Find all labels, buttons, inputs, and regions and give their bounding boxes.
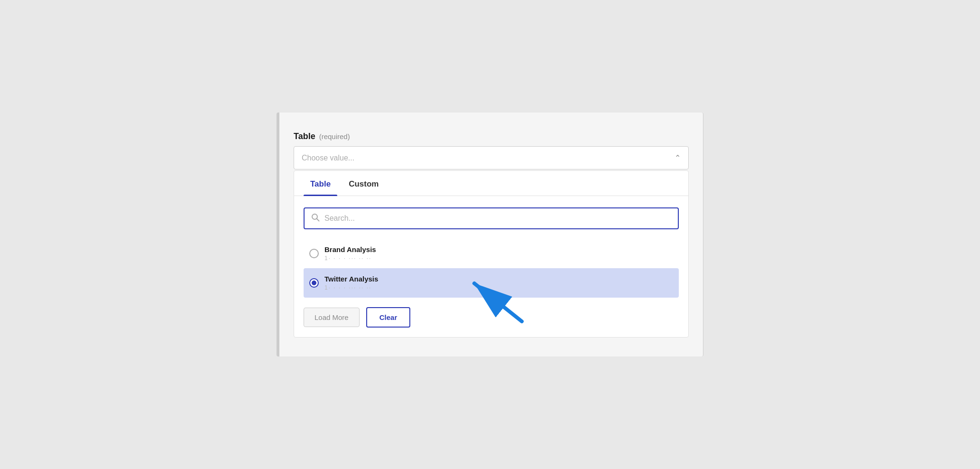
form-container: Table (required) Choose value... ⌃ Table… [277,113,703,356]
option-brand-analysis[interactable]: Brand Analysis 1· · · · ··· ·· ·· [304,239,679,268]
field-label-required: (required) [319,132,350,141]
chevron-icon: ⌃ [675,153,681,162]
tab-content: Brand Analysis 1· · · · ··· ·· ·· Twitte… [294,196,688,337]
tab-table[interactable]: Table [304,171,337,196]
clear-button[interactable]: Clear [366,307,411,328]
option-twitter-analysis[interactable]: Twitter Analysis 1· · · · ··· ·· ·· [304,268,679,298]
tab-custom[interactable]: Custom [342,171,385,196]
tabs-row: Table Custom [294,171,688,196]
load-more-button[interactable]: Load More [304,308,360,327]
option-meta-twitter: 1· · · · ··· ·· ·· [324,284,673,291]
radio-twitter-analysis [309,278,319,288]
search-icon [311,213,320,224]
option-name-brand: Brand Analysis [324,245,673,253]
buttons-row: Load More Clear [304,307,679,328]
choose-value-dropdown[interactable]: Choose value... ⌃ [294,146,689,169]
option-content-brand: Brand Analysis 1· · · · ··· ·· ·· [324,245,673,262]
search-box[interactable] [304,207,679,229]
dropdown-panel: Table Custom Brand [294,170,689,338]
choose-value-placeholder: Choose value... [302,154,354,162]
svg-line-1 [317,219,319,221]
search-input[interactable] [324,214,671,223]
options-list: Brand Analysis 1· · · · ··· ·· ·· Twitte… [304,239,679,298]
radio-brand-analysis [309,249,319,258]
option-meta-brand: 1· · · · ··· ·· ·· [324,255,673,262]
option-content-twitter: Twitter Analysis 1· · · · ··· ·· ·· [324,275,673,291]
field-label-main: Table [294,131,315,141]
option-name-twitter: Twitter Analysis [324,275,673,283]
field-label-row: Table (required) [294,131,689,141]
